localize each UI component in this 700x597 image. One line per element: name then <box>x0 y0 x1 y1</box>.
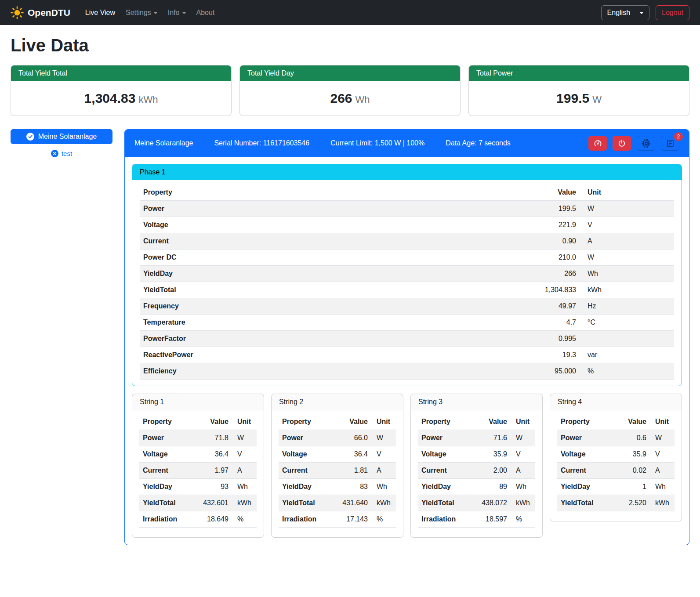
header-cell-value: Value <box>470 414 511 430</box>
cell-unit: A <box>371 463 396 479</box>
cell-value: 438.072 <box>470 495 511 511</box>
table-row: Voltage221.9V <box>140 217 674 233</box>
cell-unit: A <box>511 463 535 479</box>
cell-unit: W <box>371 430 396 446</box>
table-row: YieldDay93Wh <box>139 479 257 495</box>
cell-property: Voltage <box>279 446 330 463</box>
serial-number: Serial Number: 116171603546 <box>214 139 309 147</box>
cell-value: 0.6 <box>614 430 650 446</box>
header-cell-unit: Unit <box>650 414 675 430</box>
cell-unit: W <box>580 201 674 217</box>
table-row: Voltage36.4V <box>139 446 257 463</box>
cell-unit: A <box>650 463 675 479</box>
table-row: YieldDay83Wh <box>279 479 396 495</box>
inverter-item-test[interactable]: test <box>11 150 112 157</box>
cell-unit: Wh <box>232 479 257 495</box>
cell-value: 19.3 <box>403 347 580 363</box>
nav-about[interactable]: About <box>192 5 219 20</box>
table-header-row: PropertyValueUnit <box>418 414 535 430</box>
cell-unit: W <box>650 430 675 446</box>
event-log-button[interactable]: 2 <box>661 136 679 151</box>
header-cell-property: Property <box>139 414 191 430</box>
brand-link[interactable]: OpenDTU <box>11 6 70 19</box>
cell-value: 1.97 <box>191 463 232 479</box>
cell-value: 1.81 <box>330 463 371 479</box>
phase-table: PropertyValueUnitPower199.5WVoltage221.9… <box>140 185 674 380</box>
cell-unit: kWh <box>650 495 675 511</box>
string-title: String 1 <box>132 394 264 410</box>
cell-property: Current <box>140 233 403 250</box>
inverter-panel-body: Phase 1 PropertyValueUnitPower199.5WVolt… <box>125 157 689 545</box>
inverter-panel-header: Meine Solaranlage Serial Number: 1161716… <box>125 130 689 157</box>
total-yield-day-card: Total Yield Day 266Wh <box>239 65 461 116</box>
restart-device-button[interactable] <box>637 136 655 151</box>
cell-property: Voltage <box>140 217 403 233</box>
cell-unit: kWh <box>232 495 257 511</box>
cell-unit: % <box>232 511 257 528</box>
cell-property: Power <box>140 201 403 217</box>
power-button[interactable] <box>613 136 631 151</box>
cell-value: 35.9 <box>614 446 650 463</box>
cell-property: YieldTotal <box>557 495 614 511</box>
cell-property: Current <box>418 463 470 479</box>
inverter-button-label: Meine Solaranlage <box>38 133 97 141</box>
header-cell-value: Value <box>330 414 371 430</box>
cell-value: 89 <box>470 479 511 495</box>
cell-property: Temperature <box>140 315 403 331</box>
string-title: String 4 <box>550 394 682 410</box>
cell-property: YieldTotal <box>279 495 330 511</box>
cell-property: Current <box>279 463 330 479</box>
cell-property: Irradiation <box>279 511 330 528</box>
chevron-down-icon <box>154 12 157 14</box>
language-select[interactable]: English <box>601 5 649 20</box>
table-row: Power0.6W <box>557 430 675 446</box>
cell-unit: kWh <box>580 282 674 298</box>
table-row: Current0.90A <box>140 233 674 250</box>
inverter-select-button[interactable]: Meine Solaranlage <box>11 129 112 144</box>
string-4-table: PropertyValueUnitPower0.6WVoltage35.9VCu… <box>557 414 675 511</box>
card-body: 199.5W <box>469 81 689 116</box>
table-row: Voltage35.9V <box>557 446 675 463</box>
cell-unit: V <box>580 217 674 233</box>
cell-property: YieldDay <box>139 479 191 495</box>
nav-info[interactable]: Info <box>163 5 190 20</box>
cell-unit: V <box>511 446 535 463</box>
cell-property: YieldTotal <box>418 495 470 511</box>
cell-unit: W <box>580 250 674 266</box>
cell-unit: kWh <box>511 495 535 511</box>
logout-button[interactable]: Logout <box>656 5 689 20</box>
inverter-name: Meine Solaranlage <box>134 139 193 147</box>
card-value: 1,304.83 <box>84 91 136 105</box>
chevron-down-icon <box>182 12 186 14</box>
header-cell-property: Property <box>418 414 470 430</box>
string-body: PropertyValueUnitPower0.6WVoltage35.9VCu… <box>550 410 682 521</box>
table-row: ReactivePower19.3var <box>140 347 674 363</box>
table-row: YieldTotal2.520kWh <box>557 495 675 511</box>
table-row: Frequency49.97Hz <box>140 298 674 315</box>
card-title: Total Yield Total <box>11 65 231 81</box>
cell-property: ReactivePower <box>140 347 403 363</box>
cell-property: PowerFactor <box>140 331 403 347</box>
header-cell-unit: Unit <box>232 414 257 430</box>
cell-property: Power <box>557 430 614 446</box>
table-row: Current1.81A <box>279 463 396 479</box>
current-limit: Current Limit: 1,500 W | 100% <box>330 139 424 147</box>
test-link-label: test <box>62 150 72 157</box>
card-title: Total Yield Day <box>240 65 460 81</box>
cell-property: Efficiency <box>140 363 403 380</box>
chevron-down-icon <box>640 12 643 14</box>
cell-property: YieldDay <box>140 266 403 282</box>
limit-settings-button[interactable] <box>588 136 607 151</box>
table-row: Current0.02A <box>557 463 675 479</box>
cell-value: 93 <box>191 479 232 495</box>
nav-settings[interactable]: Settings <box>121 5 162 20</box>
table-row: Efficiency95.000% <box>140 363 674 380</box>
cell-unit <box>580 331 674 347</box>
nav-live-view[interactable]: Live View <box>81 5 120 20</box>
table-row: YieldTotal438.072kWh <box>418 495 535 511</box>
x-circle-icon <box>51 150 58 157</box>
card-unit: W <box>592 94 602 105</box>
cell-value: 71.6 <box>470 430 511 446</box>
cell-value: 2.00 <box>470 463 511 479</box>
total-power-card: Total Power 199.5W <box>468 65 689 116</box>
